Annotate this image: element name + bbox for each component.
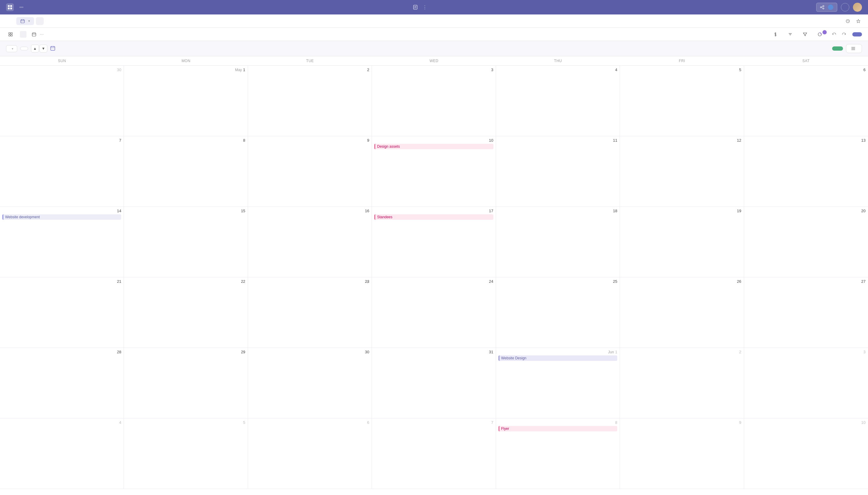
svg-point-8 [823,5,824,7]
day-number: 16 [250,209,369,213]
cal-controls-left: ▾ ▲ ▼ [6,45,57,52]
calendar-event[interactable]: Flyer [499,426,617,431]
day-number: 11 [499,138,617,142]
calendar-event[interactable]: Website Design [499,355,617,361]
cal-cell[interactable]: 31 [372,348,496,419]
calendar-event[interactable]: Standees [374,214,493,220]
cal-cell[interactable]: 19 [620,207,744,277]
day-number: 3 [747,350,866,354]
log-button[interactable] [846,19,851,23]
cal-cell[interactable]: 30 [0,66,124,136]
cal-cell[interactable]: 15 [124,207,248,277]
tab-account-activity[interactable]: ▾ [16,17,34,25]
today-button[interactable] [20,47,28,50]
cal-cell[interactable]: 9 [620,419,744,489]
cal-cell[interactable]: 25 [496,277,620,348]
share-button[interactable] [816,3,837,12]
cal-cell[interactable]: 8 [124,136,248,207]
cal-cell[interactable]: 14Website development [0,207,124,277]
cal-cell[interactable]: 9 [248,136,372,207]
cal-cell[interactable]: 30 [248,348,372,419]
configure-button[interactable] [771,31,781,38]
add-record-button[interactable] [852,32,862,36]
cal-cell[interactable]: 6 [248,419,372,489]
cal-cell[interactable]: 7 [0,136,124,207]
cal-cell[interactable]: 22 [124,277,248,348]
cal-cell[interactable]: 2 [620,348,744,419]
tab-bar: ▾ [0,15,868,28]
sort-icon [788,32,792,36]
user-avatar[interactable] [853,3,862,12]
day-number: 22 [126,279,245,284]
automation-button[interactable] [856,19,862,23]
calendar-event[interactable]: Design assets [374,144,493,149]
cal-cell[interactable]: 17Standees [372,207,496,277]
calendar: SUN MON TUE WED THU FRI SAT 30May1234567… [0,56,868,495]
cal-cell[interactable]: 29 [124,348,248,419]
invoice-tracker-icon [413,5,418,10]
cal-cell[interactable]: 5 [124,419,248,489]
cal-cell[interactable]: 28 [0,348,124,419]
cal-cell[interactable]: 4 [0,419,124,489]
next-month-button[interactable]: ▼ [39,45,47,52]
svg-rect-20 [9,33,10,34]
day-number: 5 [622,68,741,72]
cal-cell[interactable]: 3 [372,66,496,136]
month-select[interactable]: ▾ [6,45,17,52]
invoice-date-field[interactable]: ⋯ [30,31,46,38]
redo-button[interactable] [840,30,848,39]
cal-cell[interactable]: 13 [744,136,868,207]
svg-rect-3 [10,7,12,9]
prev-month-button[interactable]: ▲ [31,45,39,52]
sort-button[interactable] [786,31,796,38]
list-icon [851,47,855,51]
color-button[interactable] [815,31,826,38]
add-view-button[interactable] [20,31,27,38]
new-record-button[interactable] [832,47,843,51]
day-number: 7 [374,420,493,425]
cal-cell[interactable]: 16 [248,207,372,277]
cal-cell[interactable]: 7 [372,419,496,489]
beta-badge [19,7,23,8]
cal-cell[interactable]: 8Flyer [496,419,620,489]
cal-cell[interactable]: 27 [744,277,868,348]
share-count [828,4,833,10]
cal-cell[interactable]: Jun1Website Design [496,348,620,419]
undo-button[interactable] [830,30,838,39]
cal-cell[interactable]: 18 [496,207,620,277]
cal-cell[interactable]: 20 [744,207,868,277]
day-number: 15 [126,209,245,213]
cal-cell[interactable]: May1 [124,66,248,136]
tables-app-icon [6,3,14,11]
add-tab-button[interactable] [36,17,44,25]
cal-cell[interactable]: 6 [744,66,868,136]
cal-cell[interactable]: 10Design assets [372,136,496,207]
nav-arrows: ▲ ▼ [31,45,47,52]
top-bar-center: ⋮ [413,4,427,10]
cal-cell[interactable]: 3 [744,348,868,419]
views-button[interactable] [6,31,17,38]
cal-cell[interactable]: 21 [0,277,124,348]
cal-cell[interactable]: 10 [744,419,868,489]
cal-cell[interactable]: 24 [372,277,496,348]
cal-cell[interactable]: 11 [496,136,620,207]
header-thu: THU [496,56,620,65]
calendar-event[interactable]: Website development [2,214,121,220]
color-badge-count [822,30,827,34]
tab-dropdown-icon[interactable]: ▾ [28,19,30,23]
svg-rect-24 [32,33,36,36]
cal-cell[interactable]: 4 [496,66,620,136]
list-records-button[interactable] [846,44,862,53]
help-button[interactable] [841,3,849,12]
cal-cell[interactable]: 26 [620,277,744,348]
add-event-button[interactable]: + [366,279,369,286]
cal-cell[interactable]: 12 [620,136,744,207]
cal-cell[interactable]: 23+ [248,277,372,348]
day-number: 30 [250,350,369,354]
more-options-icon[interactable]: ⋮ [422,4,427,10]
field-more-icon[interactable]: ⋯ [40,32,44,36]
tab-customer-summary[interactable] [6,19,15,23]
filter-button[interactable] [800,31,811,38]
cal-cell[interactable]: 2 [248,66,372,136]
cal-cell[interactable]: 5 [620,66,744,136]
